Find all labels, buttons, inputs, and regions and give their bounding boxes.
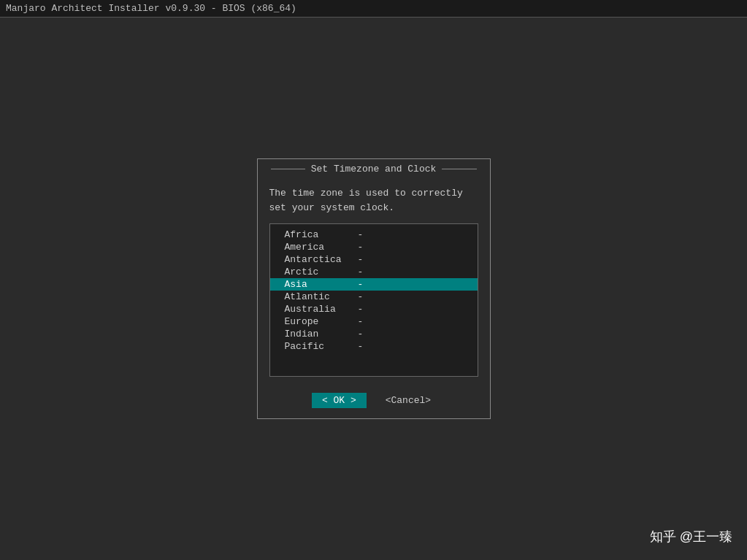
ok-button[interactable]: OK (312, 393, 367, 408)
list-item-dash: - (358, 279, 364, 290)
list-item-dash: - (358, 266, 364, 277)
list-item-name: Atlantic (285, 291, 358, 302)
list-item-name: Arctic (285, 266, 358, 277)
title-bar-text: Manjaro Architect Installer v0.9.30 - BI… (6, 3, 296, 14)
list-item[interactable]: Antarctica- (270, 253, 478, 266)
list-item-name: Europe (285, 316, 358, 327)
list-item-dash: - (358, 341, 364, 352)
dialog-content: The time zone is used to correctly set y… (258, 179, 490, 384)
list-item-dash: - (358, 242, 364, 253)
dialog-description: The time zone is used to correctly set y… (269, 186, 478, 215)
dialog-box: Set Timezone and Clock The time zone is … (257, 158, 491, 419)
list-item[interactable]: Atlantic- (270, 291, 478, 303)
dialog-title-text: Set Timezone and Clock (311, 164, 437, 174)
list-item-dash: - (358, 329, 364, 340)
list-item-name: Pacific (285, 341, 358, 352)
list-item[interactable]: Pacific- (270, 340, 478, 353)
list-item-name: Asia (285, 279, 358, 290)
list-item[interactable]: America- (270, 241, 478, 253)
list-item[interactable]: Australia- (270, 303, 478, 315)
list-item-dash: - (358, 316, 364, 327)
list-item[interactable]: Indian- (270, 328, 478, 340)
list-item[interactable]: Asia- (270, 278, 478, 291)
main-area: Set Timezone and Clock The time zone is … (0, 18, 747, 560)
watermark: 知乎 @王一臻 (650, 528, 732, 545)
list-item-dash: - (358, 291, 364, 302)
list-item-name: Indian (285, 329, 358, 340)
list-item[interactable]: Europe- (270, 315, 478, 328)
title-bar: Manjaro Architect Installer v0.9.30 - BI… (0, 0, 747, 18)
button-row: OK <Cancel> (258, 384, 490, 418)
list-item-name: Australia (285, 304, 358, 315)
desc-line2: set your system clock. (269, 202, 395, 213)
list-item-name: America (285, 242, 358, 253)
list-item[interactable]: Africa- (270, 229, 478, 241)
timezone-list[interactable]: Africa-America-Antarctica-Arctic-Asia-At… (269, 223, 478, 377)
dialog-title: Set Timezone and Clock (258, 159, 490, 179)
desc-line1: The time zone is used to correctly (269, 188, 463, 199)
list-item-name: Africa (285, 229, 358, 240)
list-item[interactable]: Arctic- (270, 266, 478, 278)
cancel-button[interactable]: <Cancel> (381, 393, 435, 408)
list-item-dash: - (358, 304, 364, 315)
list-item-dash: - (358, 254, 364, 265)
list-item-name: Antarctica (285, 254, 358, 265)
list-item-dash: - (358, 229, 364, 240)
